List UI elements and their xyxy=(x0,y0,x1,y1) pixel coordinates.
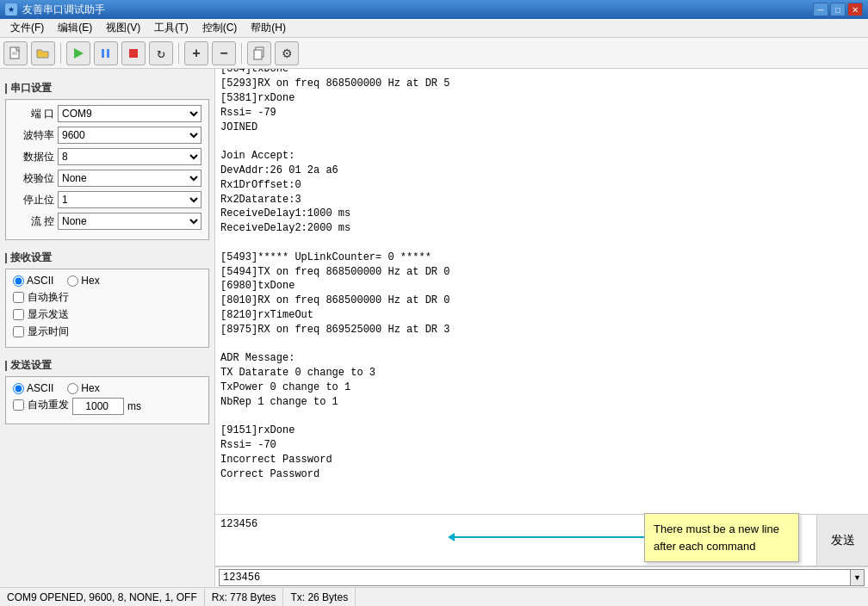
serial-settings-box: 端 口 COM9 波特率 9600 数据位 8 校验位 Non xyxy=(5,99,209,240)
rx-bytes-text: Rx: 778 Bytes xyxy=(212,591,276,603)
receive-format-group: ASCII Hex xyxy=(13,275,202,287)
right-panel: [238]***** UpLinkCounter= 0 ***** [239]T… xyxy=(215,69,868,587)
parity-row: 校验位 None xyxy=(13,170,202,187)
databits-label: 数据位 xyxy=(13,150,54,164)
auto-resend-row: 自动重发 ms xyxy=(13,398,202,415)
minimize-button[interactable]: ─ xyxy=(813,3,828,16)
receive-hex-label[interactable]: Hex xyxy=(67,275,99,287)
arrow-indicator xyxy=(448,533,644,541)
window-title: 友善串口调试助手 xyxy=(22,3,813,17)
menu-tools[interactable]: 工具(T) xyxy=(147,19,195,37)
arrow-line xyxy=(455,536,644,538)
auto-newline-checkbox[interactable] xyxy=(13,292,24,303)
svg-marker-3 xyxy=(74,48,84,59)
title-bar: ★ 友善串口调试助手 ─ □ ✕ xyxy=(0,0,868,19)
close-button[interactable]: ✕ xyxy=(847,3,863,16)
toolbar-separator-2 xyxy=(178,43,179,64)
port-status-text: COM9 OPENED, 9600, 8, NONE, 1, OFF xyxy=(7,591,197,603)
baud-label: 波特率 xyxy=(13,128,54,143)
send-hex-radio[interactable] xyxy=(67,383,78,394)
receive-hex-radio[interactable] xyxy=(67,275,78,287)
svg-rect-6 xyxy=(129,49,138,58)
menu-view[interactable]: 视图(V) xyxy=(99,19,147,37)
show-time-checkbox[interactable] xyxy=(13,326,24,337)
empty-status-segment xyxy=(356,588,868,606)
parity-select[interactable]: None xyxy=(58,170,202,187)
databits-select[interactable]: 8 xyxy=(58,148,202,165)
auto-resend-check-label[interactable]: 自动重发 xyxy=(13,398,69,412)
send-section-title: 发送设置 xyxy=(5,358,209,373)
pause-button[interactable] xyxy=(94,41,118,65)
play-button[interactable] xyxy=(66,41,90,65)
flow-select[interactable]: None xyxy=(58,213,202,230)
tooltip-text: There must be a new line after each comm… xyxy=(654,523,779,553)
arrow-head-icon xyxy=(448,533,455,541)
toolbar: ↻ + − ⚙ xyxy=(0,38,868,69)
baud-row: 波特率 9600 xyxy=(13,127,202,144)
tx-bytes-text: Tx: 26 Bytes xyxy=(290,591,348,603)
refresh-button[interactable]: ↻ xyxy=(149,41,173,65)
output-area[interactable]: [238]***** UpLinkCounter= 0 ***** [239]T… xyxy=(215,69,868,515)
input-area-wrapper: 123456 There must be a new line after ea… xyxy=(215,515,868,566)
port-label: 端 口 xyxy=(13,107,54,121)
dropdown-area: ▼ xyxy=(215,566,868,587)
databits-row: 数据位 8 xyxy=(13,148,202,165)
port-select[interactable]: COM9 xyxy=(58,105,202,122)
flow-row: 流 控 None xyxy=(13,213,202,230)
send-hex-label[interactable]: Hex xyxy=(67,382,99,394)
send-settings-box: ASCII Hex 自动重发 ms xyxy=(5,376,209,424)
new-doc-button[interactable] xyxy=(3,41,28,65)
main-area: 串口设置 端 口 COM9 波特率 9600 数据位 8 xyxy=(0,69,868,587)
show-send-row[interactable]: 显示发送 xyxy=(13,307,202,322)
window-controls: ─ □ ✕ xyxy=(813,3,863,16)
toolbar-separator-3 xyxy=(241,43,242,64)
menu-bar: 文件(F) 编辑(E) 视图(V) 工具(T) 控制(C) 帮助(H) xyxy=(0,19,868,38)
receive-settings-box: ASCII Hex 自动换行 显示发送 显示时间 xyxy=(5,269,209,348)
add-button[interactable]: + xyxy=(184,41,208,65)
menu-control[interactable]: 控制(C) xyxy=(195,19,245,37)
receive-ascii-label[interactable]: ASCII xyxy=(13,275,53,287)
send-ascii-label[interactable]: ASCII xyxy=(13,382,53,394)
settings-button[interactable]: ⚙ xyxy=(275,41,299,65)
send-format-group: ASCII Hex xyxy=(13,382,202,394)
ms-label: ms xyxy=(127,400,141,412)
left-panel: 串口设置 端 口 COM9 波特率 9600 数据位 8 xyxy=(0,69,215,587)
send-ascii-radio[interactable] xyxy=(13,383,24,394)
subtract-button[interactable]: − xyxy=(212,41,236,65)
status-bar: COM9 OPENED, 9600, 8, NONE, 1, OFF Rx: 7… xyxy=(0,587,868,606)
rx-status-segment: Rx: 778 Bytes xyxy=(205,588,284,606)
stop-button[interactable] xyxy=(121,41,146,65)
stopbits-select[interactable]: 1 xyxy=(58,191,202,208)
show-time-row[interactable]: 显示时间 xyxy=(13,325,202,339)
port-row: 端 口 COM9 xyxy=(13,105,202,122)
auto-resend-input[interactable] xyxy=(72,398,124,415)
tx-status-segment: Tx: 26 Bytes xyxy=(283,588,356,606)
toolbar-separator-1 xyxy=(60,43,61,64)
svg-rect-4 xyxy=(102,49,104,58)
tooltip-box: There must be a new line after each comm… xyxy=(644,513,799,562)
dropdown-arrow-button[interactable]: ▼ xyxy=(851,569,865,586)
menu-file[interactable]: 文件(F) xyxy=(3,19,51,37)
maximize-button[interactable]: □ xyxy=(830,3,846,16)
baud-select[interactable]: 9600 xyxy=(58,127,202,144)
svg-rect-5 xyxy=(107,49,109,58)
dropdown-input[interactable] xyxy=(219,569,851,586)
receive-ascii-radio[interactable] xyxy=(13,275,24,287)
app-icon: ★ xyxy=(5,3,17,15)
send-button[interactable]: 发送 xyxy=(816,515,868,566)
output-text: [238]***** UpLinkCounter= 0 ***** [239]T… xyxy=(220,69,462,480)
receive-section-title: 接收设置 xyxy=(5,250,209,265)
svg-rect-8 xyxy=(254,50,262,59)
stopbits-row: 停止位 1 xyxy=(13,191,202,208)
stopbits-label: 停止位 xyxy=(13,193,54,207)
open-button[interactable] xyxy=(31,41,55,65)
show-send-checkbox[interactable] xyxy=(13,309,24,320)
auto-newline-row[interactable]: 自动换行 xyxy=(13,290,202,305)
menu-edit[interactable]: 编辑(E) xyxy=(51,19,99,37)
menu-help[interactable]: 帮助(H) xyxy=(244,19,293,37)
copy-button[interactable] xyxy=(247,41,271,65)
port-status-segment: COM9 OPENED, 9600, 8, NONE, 1, OFF xyxy=(0,588,205,606)
auto-resend-checkbox[interactable] xyxy=(13,399,24,411)
flow-label: 流 控 xyxy=(13,214,54,229)
serial-section-title: 串口设置 xyxy=(5,81,209,96)
